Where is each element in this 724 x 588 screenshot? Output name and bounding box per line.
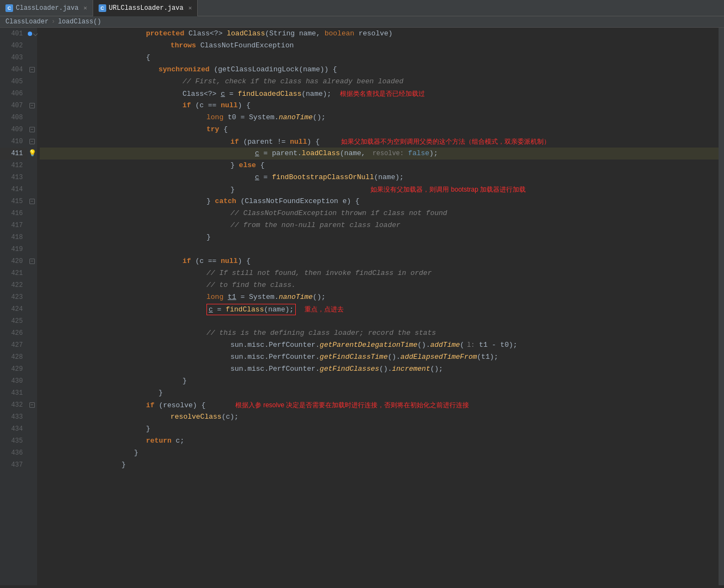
line-403: { [40,52,719,64]
line-435: return c; [40,435,719,447]
urlclassloader-tab-label: URLClassLoader.java [109,4,184,12]
line-numbers: 401 402 403 404 405 406 407 408 409 410 … [0,28,27,585]
line-424: c = findClass(name); 重点，点进去 [40,303,719,315]
line-425 [40,315,719,327]
line-436: } [40,447,719,459]
line-404: synchronized (getClassLoadingLock(name))… [40,64,719,76]
line-431: } [40,387,719,399]
line-412: } else { [40,160,719,171]
line-434: } [40,423,719,435]
line-415: } catch (ClassNotFoundException e) { [40,195,719,207]
line-414: } 如果没有父加载器，则调用 bootstrap 加载器进行加载 [40,183,719,195]
line-423: long t1 = System.nanoTime(); [40,291,719,303]
fold-409: − [29,127,35,132]
classloader-close[interactable]: ✕ [83,4,87,11]
bookmark-401 [28,32,32,36]
line-418: } [40,231,719,243]
line-428: sun.misc.PerfCounter.getFindClassTime().… [40,351,719,363]
line-411: c = parent.loadClass(name, resolve: fals… [40,148,719,160]
line-429: sun.misc.PerfCounter.getFindClasses().in… [40,363,719,375]
code-area[interactable]: protected Class<?> loadClass(String name… [37,28,719,585]
fold-432: − [29,402,35,408]
tab-bar: C ClassLoader.java ✕ C URLClassLoader.ja… [0,0,724,16]
line-419 [40,243,719,255]
lightbulb-411[interactable]: 💡 [28,148,36,160]
line-413: c = findBootstrapClassOrNull(name); [40,171,719,183]
line-409: try { [40,124,719,136]
urlclassloader-icon: C [99,4,106,12]
line-420: if (c == null) { [40,255,719,267]
line-417: // from the non-null parent class loader [40,219,719,231]
line-437: } [40,459,719,471]
urlclassloader-close[interactable]: ✕ [188,4,192,11]
fold-415: − [29,199,35,204]
fold-404: − [29,67,35,72]
line-410: if (parent != null) { 如果父加载器不为空则调用父类的这个方… [40,136,719,148]
classloader-icon: C [5,4,13,12]
line-421: // If still not found, then invoke findC… [40,267,719,279]
line-433: resolveClass(c); [40,411,719,423]
line-422: // to find the class. [40,279,719,291]
line-401: protected Class<?> loadClass(String name… [40,28,719,40]
classloader-tab-label: ClassLoader.java [16,4,78,12]
breadcrumb-method[interactable]: loadClass() [58,18,101,26]
tab-urlclassloader[interactable]: C URLClassLoader.java ✕ [93,0,198,16]
line-402: throws ClassNotFoundException [40,40,719,52]
editor-container: 401 402 403 404 405 406 407 408 409 410 … [0,28,724,585]
line-407: if (c == null) { [40,100,719,112]
line-426: // this is the defining class loader; re… [40,327,719,339]
line-416: // ClassNotFoundException thrown if clas… [40,207,719,219]
line-408: long t0 = System.nanoTime(); [40,112,719,124]
scrollbar[interactable] [719,28,724,585]
line-gutter: − − − − 💡 − [27,28,37,585]
fold-420: − [29,259,35,264]
line-406: Class<?> c = findLoadedClass(name); 根据类名… [40,88,719,100]
line-405: // First, check if the class has already… [40,76,719,88]
tab-classloader[interactable]: C ClassLoader.java ✕ [0,0,93,16]
line-432: if (resolve) { 根据入参 resolve 决定是否需要在加载时进行… [40,399,719,411]
line-430: } [40,375,719,387]
breadcrumb: ClassLoader › loadClass() [0,16,724,28]
breadcrumb-class[interactable]: ClassLoader [5,18,48,26]
fold-407: − [29,103,35,108]
fold-410: − [29,139,35,144]
line-427: sun.misc.PerfCounter.getParentDelegation… [40,339,719,351]
